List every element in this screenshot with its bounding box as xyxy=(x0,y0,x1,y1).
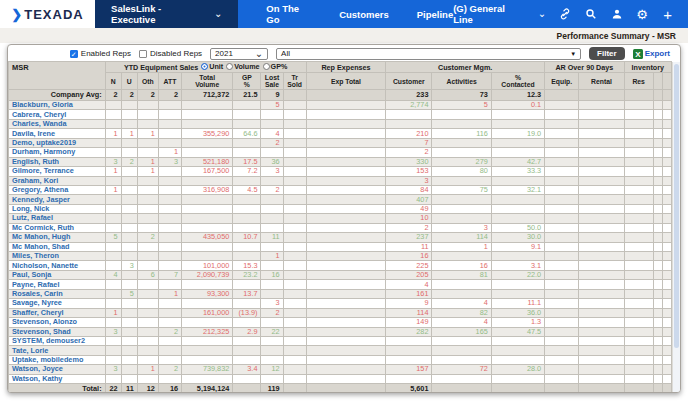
column-header-gp-pct[interactable]: GP % xyxy=(233,73,261,90)
msr-name-link[interactable]: Tate, Lorie xyxy=(9,346,106,355)
msr-name-link[interactable]: Kennedy, Jasper xyxy=(9,195,106,204)
table-cell: 2 xyxy=(158,327,181,336)
table-cell: 4 xyxy=(432,318,491,327)
branch-selector[interactable]: (G) General Line xyxy=(453,3,525,25)
msr-name-link[interactable]: Savage, Nyree xyxy=(9,299,106,308)
column-header-equip[interactable]: Equip. xyxy=(545,73,579,90)
msr-name-link[interactable]: English, Ruth xyxy=(9,157,106,166)
table-cell: 1 xyxy=(105,167,121,176)
radio-option-unit[interactable]: Unit xyxy=(201,62,223,71)
column-header-activities[interactable]: Activities xyxy=(432,73,491,90)
table-cell: 2.9 xyxy=(233,327,261,336)
column-header-total-volume[interactable]: Total Volume xyxy=(182,73,233,90)
nav-item-on-the-go[interactable]: On The Go xyxy=(266,3,311,25)
msr-name-link[interactable]: Mc Mahon, Shad xyxy=(9,242,106,251)
msr-name-link[interactable]: Long, Nick xyxy=(9,204,106,213)
branch-chevron-down-icon[interactable]: ⌄ xyxy=(538,11,546,17)
disabled-reps-checkbox[interactable]: Disabled Reps xyxy=(139,49,202,58)
msr-name-link[interactable]: Durham, Harmony xyxy=(9,148,106,157)
msr-name-link[interactable]: Charles, Wanda xyxy=(9,119,106,128)
filter-button[interactable]: Filter xyxy=(589,47,625,60)
search-icon[interactable] xyxy=(585,8,598,21)
nav-item-pipeline[interactable]: Pipeline xyxy=(417,9,453,20)
msr-name-link[interactable]: Watson, Kathy xyxy=(9,374,106,383)
column-header-n[interactable]: N xyxy=(105,73,121,90)
export-link[interactable]: X Export xyxy=(633,49,670,59)
msr-name-link[interactable]: Graham, Kori xyxy=(9,176,106,185)
table-cell: 4 xyxy=(432,299,491,308)
msr-name-link[interactable]: Watson, Joyce xyxy=(9,365,106,374)
msr-name-link[interactable]: Davila, Irene xyxy=(9,129,106,138)
table-cell: 23.2 xyxy=(233,270,261,279)
year-chevron-down-icon: ⌄ xyxy=(255,51,263,57)
msr-name-link[interactable]: Gregory, Athena xyxy=(9,185,106,194)
table-cell xyxy=(579,355,624,364)
table-cell xyxy=(432,289,491,298)
msr-name-link[interactable]: Shaffer, Cheryl xyxy=(9,308,106,317)
column-header-res[interactable]: Res xyxy=(624,73,653,90)
plus-icon[interactable]: + xyxy=(661,8,674,21)
table-cell xyxy=(624,365,653,374)
texada-logo[interactable]: ❯ TEXADA xyxy=(0,0,95,28)
table-cell xyxy=(283,157,306,166)
nav-items: On The Go Customers Pipeline xyxy=(266,0,453,28)
table-cell xyxy=(121,242,137,251)
scrollbar-thumb[interactable] xyxy=(674,64,679,348)
table-cell xyxy=(624,157,653,166)
table-cell xyxy=(653,157,662,166)
table-cell xyxy=(579,289,624,298)
table-cell xyxy=(653,327,662,336)
msr-name-link[interactable]: Uptake, mobiledemo xyxy=(9,355,106,364)
link-icon[interactable] xyxy=(559,8,572,21)
vertical-scrollbar[interactable] xyxy=(672,62,680,392)
column-header-lost-sale[interactable]: Lost Sale xyxy=(261,73,283,90)
radio-option-gp-pct[interactable]: GP% xyxy=(263,62,288,71)
column-header-msr[interactable]: MSR xyxy=(9,62,106,90)
column-header-customer[interactable]: Customer xyxy=(386,73,432,90)
msr-name-link[interactable]: Lutz, Rafael xyxy=(9,214,106,223)
msr-name-link[interactable]: Stevenson, Alonzo xyxy=(9,318,106,327)
column-header-pct-contacted[interactable]: % Contacted xyxy=(491,73,544,90)
msr-name-link[interactable]: Demo, uptake2019 xyxy=(9,138,106,147)
radio-option-volume[interactable]: Volume xyxy=(226,62,259,71)
year-select[interactable]: 2021 ⌄ xyxy=(210,48,268,60)
msr-name-link[interactable]: Miles, Theron xyxy=(9,252,106,261)
table-cell: 161 xyxy=(386,289,432,298)
table-cell xyxy=(283,119,306,128)
table-cell xyxy=(545,167,579,176)
table-row: Davila, Irene111355,29064.6421011619.0 xyxy=(9,129,672,138)
column-header-rental[interactable]: Rental xyxy=(579,73,624,90)
checkbox-unchecked-icon[interactable] xyxy=(139,50,147,58)
table-cell xyxy=(662,119,671,128)
msr-name-link[interactable]: Cabrera, Cheryl xyxy=(9,110,106,119)
msr-name-link[interactable]: Nicholson, Nanette xyxy=(9,261,106,270)
gear-icon[interactable]: ⚙ xyxy=(636,8,649,21)
column-header-u[interactable]: U xyxy=(121,73,137,90)
column-header-att[interactable]: ATT xyxy=(158,73,181,90)
column-header-exp-total[interactable]: Exp Total xyxy=(306,73,385,90)
msr-name-link[interactable]: SYSTEM, demouser2 xyxy=(9,336,106,345)
user-icon[interactable] xyxy=(610,8,623,21)
table-cell xyxy=(624,185,653,194)
app-menu-saleslink-executive[interactable]: SalesLink - Executive ⌄ xyxy=(95,0,238,28)
table-cell xyxy=(545,129,579,138)
column-header-tr-sold[interactable]: Tr Sold xyxy=(283,73,306,90)
table-cell xyxy=(662,157,671,166)
scope-select[interactable]: All ▼ xyxy=(276,48,581,60)
logo-chevron-icon: ❯ xyxy=(11,7,22,22)
checkbox-checked-icon[interactable]: ✓ xyxy=(70,50,78,58)
msr-name-link[interactable]: Mc Mahon, Hugh xyxy=(9,233,106,242)
msr-name-link[interactable]: Blackburn, Gloria xyxy=(9,101,106,110)
column-header-oth[interactable]: Oth xyxy=(137,73,158,90)
msr-name-link[interactable]: Payne, Rafael xyxy=(9,280,106,289)
table-cell xyxy=(121,223,137,232)
msr-name-link[interactable]: Gilmore, Terrance xyxy=(9,167,106,176)
enabled-reps-checkbox[interactable]: ✓ Enabled Reps xyxy=(70,49,131,58)
msr-name-link[interactable]: Rosales, Carin xyxy=(9,289,106,298)
msr-name-link[interactable]: Paul, Sonja xyxy=(9,270,106,279)
msr-name-link[interactable]: Mc Cormick, Ruth xyxy=(9,223,106,232)
table-cell xyxy=(233,318,261,327)
msr-name-link[interactable]: Stevenson, Shad xyxy=(9,327,106,336)
nav-item-customers[interactable]: Customers xyxy=(339,9,389,20)
table-cell xyxy=(624,261,653,270)
